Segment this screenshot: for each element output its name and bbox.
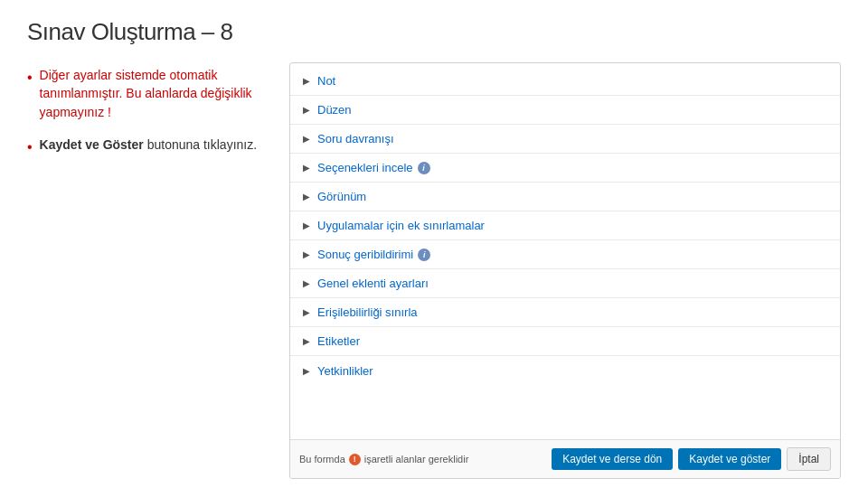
accordion-label-acc-uygulama: Uygulamalar için ek sınırlamalar [317, 219, 485, 232]
cancel-button[interactable]: İptal [787, 447, 831, 471]
accordion-arrow-acc-soru: ▶ [303, 134, 310, 144]
required-icon: ! [349, 454, 361, 465]
accordion-label-acc-not: Not [317, 74, 335, 88]
accordion-arrow-acc-genel: ▶ [303, 278, 310, 288]
footer-note-text: Bu formda [299, 454, 345, 465]
accordion-label-acc-genel: Genel eklenti ayarları [317, 277, 429, 290]
accordion-arrow-acc-gorunum: ▶ [303, 192, 310, 202]
accordion-item-acc-secenekler[interactable]: ▶Seçenekleri incelei [290, 154, 840, 183]
accordion-label-acc-erisim: Erişilebilirliği sınırla [317, 305, 418, 319]
accordion-label-acc-soru: Soru davranışı [317, 132, 394, 145]
accordion-label-acc-duzen: Düzen [317, 103, 352, 117]
page-title: Sınav Oluşturma – 8 [27, 18, 841, 46]
left-panel: • Diğer ayarlar sistemde otomatik tanıml… [27, 62, 262, 479]
panel-footer: Bu formda ! işaretli alanlar gereklidir … [290, 439, 840, 478]
accordion-label-acc-etiket: Etiketler [317, 334, 360, 348]
right-panel: ▶Not▶Düzen▶Soru davranışı▶Seçenekleri in… [289, 62, 841, 479]
accordion-item-acc-duzen[interactable]: ▶Düzen [290, 96, 840, 125]
accordion-item-acc-soru[interactable]: ▶Soru davranışı [290, 125, 840, 154]
accordion-item-acc-erisim[interactable]: ▶Erişilebilirliği sınırla [290, 298, 840, 327]
bullet-after-text: butonuna tıklayınız. [144, 137, 257, 152]
save-return-button[interactable]: Kaydet ve derse dön [552, 448, 673, 470]
accordion-arrow-acc-yetki: ▶ [303, 366, 310, 376]
accordion-item-acc-genel[interactable]: ▶Genel eklenti ayarları [290, 269, 840, 298]
footer-note: Bu formda ! işaretli alanlar gereklidir [299, 454, 546, 465]
bullet-text-2: Kaydet ve Göster butonuna tıklayınız. [40, 136, 257, 154]
accordion-arrow-acc-duzen: ▶ [303, 105, 310, 115]
accordion-item-acc-sonuc[interactable]: ▶Sonuç geribildirimii [290, 240, 840, 269]
accordion-item-acc-uygulama[interactable]: ▶Uygulamalar için ek sınırlamalar [290, 211, 840, 240]
info-icon-acc-sonuc[interactable]: i [418, 249, 430, 261]
bullet-item-1: • Diğer ayarlar sistemde otomatik tanıml… [27, 66, 262, 121]
page-container: Sınav Oluşturma – 8 • Diğer ayarlar sist… [0, 0, 868, 488]
accordion-arrow-acc-sonuc: ▶ [303, 249, 310, 259]
accordion-label-acc-sonuc: Sonuç geribildirimi [317, 248, 413, 261]
bullet-text-1: Diğer ayarlar sistemde otomatik tanımlan… [40, 66, 262, 121]
accordion-label-acc-secenekler: Seçenekleri incele [317, 161, 413, 174]
bullet-item-2: • Kaydet ve Göster butonuna tıklayınız. [27, 136, 262, 157]
accordion-item-acc-etiket[interactable]: ▶Etiketler [290, 327, 840, 356]
save-show-button[interactable]: Kaydet ve göster [678, 448, 781, 470]
accordion-label-acc-yetki: Yetkinlikler [317, 364, 373, 378]
bullet-dot-2: • [27, 136, 33, 157]
info-icon-acc-secenekler[interactable]: i [418, 162, 430, 174]
content-area: • Diğer ayarlar sistemde otomatik tanıml… [27, 62, 841, 479]
accordion-arrow-acc-erisim: ▶ [303, 307, 310, 317]
accordion-item-acc-gorunum[interactable]: ▶Görünüm [290, 183, 840, 211]
bullet-dot-1: • [27, 67, 33, 88]
accordion-arrow-acc-secenekler: ▶ [303, 163, 310, 173]
accordion-arrow-acc-not: ▶ [303, 76, 310, 86]
accordion-arrow-acc-uygulama: ▶ [303, 221, 310, 230]
accordion-item-acc-yetki[interactable]: ▶Yetkinlikler [290, 356, 840, 385]
accordion-label-acc-gorunum: Görünüm [317, 190, 366, 203]
footer-note-suffix: işaretli alanlar gereklidir [364, 454, 469, 465]
accordion-list: ▶Not▶Düzen▶Soru davranışı▶Seçenekleri in… [290, 63, 840, 439]
bullet-bold-text: Kaydet ve Göster [40, 137, 144, 152]
accordion-item-acc-not[interactable]: ▶Not [290, 67, 840, 96]
accordion-arrow-acc-etiket: ▶ [303, 336, 310, 346]
